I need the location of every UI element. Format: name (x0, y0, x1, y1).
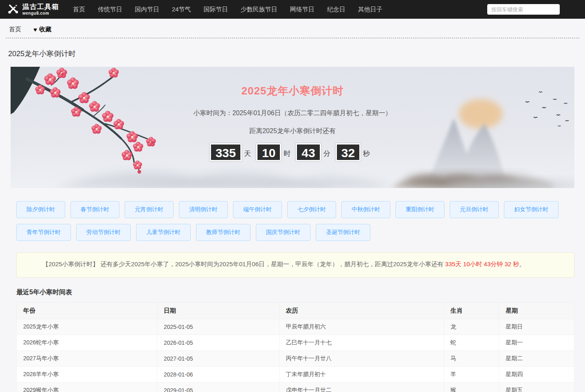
logo-title: 温古工具箱 (22, 3, 59, 11)
table-cell: 2027-01-05 (157, 351, 279, 367)
table-cell: 丙午年十一月廿八 (279, 351, 444, 367)
table-cell: 2025-01-05 (157, 319, 279, 335)
col-lunar: 农历 (279, 303, 444, 319)
countdown-days-value: 335 (210, 143, 242, 161)
table-cell: 丁未年腊月初十 (279, 367, 444, 383)
nav-item-other-days[interactable]: 其他日子 (358, 6, 383, 13)
summary-text: 【2025小寒倒计时】 还有多少天2025年小寒了，2025小寒时间为2025年… (42, 261, 445, 267)
link-guoqingjie-countdown[interactable]: 国庆节倒计时 (256, 224, 310, 241)
table-cell: 2029猴年小寒 (17, 383, 157, 392)
countdown-caption: 距离2025龙年小寒倒计时还有 (11, 127, 574, 136)
nav-item-international-festivals[interactable]: 国际节日 (204, 6, 228, 13)
link-laodongjie-countdown[interactable]: 劳动节倒计时 (76, 224, 131, 241)
link-yuandan-countdown[interactable]: 元旦倒计时 (450, 201, 499, 218)
table-cell: 甲辰年腊月初六 (279, 319, 444, 335)
countdown-display: 335 天 10 时 43 分 32 秒 (11, 143, 574, 161)
table-cell: 2026-01-05 (157, 335, 279, 351)
link-ertongjie-countdown[interactable]: 儿童节倒计时 (136, 224, 191, 241)
link-funvjie-countdown[interactable]: 妇女节倒计时 (504, 201, 559, 218)
link-qingming-countdown[interactable]: 清明倒计时 (179, 201, 228, 218)
nav-item-traditional-festivals[interactable]: 传统节日 (98, 6, 122, 13)
col-weekday: 星期 (499, 303, 574, 319)
table-cell: 蛇 (444, 335, 499, 351)
countdown-hours-unit: 时 (284, 149, 290, 158)
table-cell: 2026蛇年小寒 (17, 335, 157, 351)
col-year: 年份 (17, 303, 157, 319)
countdown-minutes-value: 43 (296, 143, 321, 161)
countdown-days-unit: 天 (244, 149, 251, 158)
table-cell: 戊申年十一月廿二 (279, 383, 444, 392)
table-row: 2027马年小寒 2027-01-05 丙午年十一月廿八 马 星期二 (17, 351, 574, 367)
countdown-seconds-unit: 秒 (363, 149, 370, 158)
countdown-minutes-unit: 分 (323, 149, 330, 158)
table-cell: 乙巳年十一月十七 (279, 335, 444, 351)
table-cell: 龙 (444, 319, 499, 335)
nav-item-minority-festivals[interactable]: 少数民族节日 (241, 6, 277, 13)
nav-item-internet-festivals[interactable]: 网络节日 (290, 6, 314, 13)
table-row: 2029猴年小寒 2029-01-05 戊申年十一月廿二 猴 星期五 (17, 383, 574, 392)
heart-icon: ♥ (33, 26, 37, 33)
table-cell: 星期四 (499, 367, 574, 383)
main-nav: 首页 传统节日 国内节日 24节气 国际节日 少数民族节日 网络节日 纪念日 其… (73, 6, 383, 13)
breadcrumb-home-link[interactable]: 首页 (9, 26, 21, 33)
table-cell: 2025龙年小寒 (17, 319, 157, 335)
table-cell: 马 (444, 351, 499, 367)
table-section-title: 最近5年小寒时间表 (16, 288, 574, 297)
table-cell: 2029-01-05 (157, 383, 279, 392)
table-cell: 2027马年小寒 (17, 351, 157, 367)
summary-highlight: 335天 10小时 43分钟 32 秒 (445, 261, 519, 267)
nav-item-24-solar-terms[interactable]: 24节气 (172, 6, 191, 13)
table-row: 2025龙年小寒 2025-01-05 甲辰年腊月初六 龙 星期日 (17, 319, 574, 335)
nav-item-home[interactable]: 首页 (73, 6, 85, 13)
link-chuxi-countdown[interactable]: 除夕倒计时 (16, 201, 65, 218)
col-date: 日期 (157, 303, 279, 319)
link-chunjie-countdown[interactable]: 春节倒计时 (70, 201, 119, 218)
nav-item-memorial-days[interactable]: 纪念日 (327, 6, 345, 13)
countdown-seconds-value: 32 (336, 143, 361, 161)
link-yuanxiao-countdown[interactable]: 元宵倒计时 (125, 201, 174, 218)
site-logo[interactable]: 温古工具箱 wengu8.com (7, 2, 59, 17)
countdown-summary-box: 【2025小寒倒计时】 还有多少天2025年小寒了，2025小寒时间为2025年… (16, 252, 574, 278)
breadcrumb: 首页 ♥ 收藏 (6, 19, 579, 38)
table-cell: 星期五 (499, 383, 574, 392)
link-qingnianjie-countdown[interactable]: 青年节倒计时 (16, 224, 71, 241)
banner-title: 2025龙年小寒倒计时 (11, 84, 574, 98)
tools-icon (7, 2, 20, 17)
table-cell: 羊 (444, 367, 499, 383)
logo-subtitle: wengu8.com (22, 11, 59, 15)
table-cell: 星期一 (499, 335, 574, 351)
table-cell: 猴 (444, 383, 499, 392)
countdown-hours-value: 10 (256, 143, 281, 161)
search-input[interactable] (487, 4, 560, 15)
link-zhongqiu-countdown[interactable]: 中秋倒计时 (341, 201, 390, 218)
table-cell: 2028-01-06 (157, 367, 279, 383)
countdown-banner: 2025龙年小寒倒计时 小寒时间为：2025年01月06日（农历二零二四年腊月初… (11, 67, 574, 188)
table-row: 2026蛇年小寒 2026-01-05 乙巳年十一月十七 蛇 星期一 (17, 335, 574, 351)
link-jiaoshijie-countdown[interactable]: 教师节倒计时 (196, 224, 251, 241)
col-zodiac: 生肖 (444, 303, 499, 319)
link-shengdanjie-countdown[interactable]: 圣诞节倒计时 (316, 224, 370, 241)
xiaohan-years-table: 年份 日期 农历 生肖 星期 2025龙年小寒 2025-01-05 甲辰年腊月… (16, 302, 574, 392)
table-cell: 星期二 (499, 351, 574, 367)
link-qixi-countdown[interactable]: 七夕倒计时 (287, 201, 336, 218)
page-title: 2025龙年小寒倒计时 (8, 49, 577, 59)
top-nav-bar: 温古工具箱 wengu8.com 首页 传统节日 国内节日 24节气 国际节日 … (0, 0, 585, 19)
link-duanwu-countdown[interactable]: 端午倒计时 (233, 201, 282, 218)
ink-mountains-left (55, 172, 389, 188)
favorite-button[interactable]: ♥ 收藏 (33, 26, 51, 33)
nav-item-domestic-festivals[interactable]: 国内节日 (135, 6, 159, 13)
table-cell: 2028羊年小寒 (17, 367, 157, 383)
favorite-label: 收藏 (39, 26, 51, 33)
link-chongyang-countdown[interactable]: 重阳倒计时 (396, 201, 444, 218)
related-countdown-links: 除夕倒计时 春节倒计时 元宵倒计时 清明倒计时 端午倒计时 七夕倒计时 中秋倒计… (16, 201, 574, 241)
table-row: 2028羊年小寒 2028-01-06 丁未年腊月初十 羊 星期四 (17, 367, 574, 383)
table-header-row: 年份 日期 农历 生肖 星期 (17, 303, 574, 319)
summary-period: 。 (519, 261, 525, 267)
search-box (487, 4, 560, 15)
table-cell: 星期日 (499, 319, 574, 335)
banner-date-line: 小寒时间为：2025年01月06日（农历二零二四年腊月初七，星期一） (11, 109, 574, 118)
